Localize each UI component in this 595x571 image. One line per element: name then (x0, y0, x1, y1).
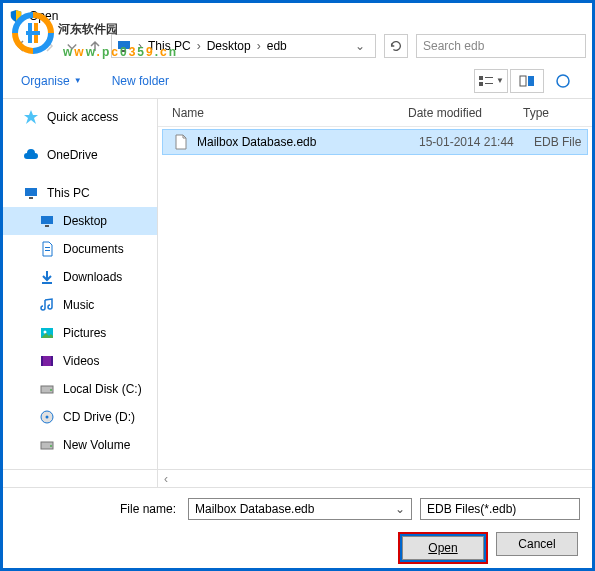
scroll-area: ‹ (3, 469, 592, 487)
bottom-panel: File name: Mailbox Database.edb ⌄ EDB Fi… (3, 487, 592, 564)
view-mode-button[interactable]: ▼ (474, 69, 508, 93)
up-button[interactable] (83, 34, 107, 58)
file-row[interactable]: Mailbox Database.edb 15-01-2014 21:44 ED… (162, 129, 588, 155)
sidebar-item-documents[interactable]: Documents (3, 235, 157, 263)
disk-icon (39, 437, 55, 453)
main-area: Quick access OneDrive This PC Desktop Do… (3, 99, 592, 469)
cancel-button[interactable]: Cancel (496, 532, 578, 556)
document-icon (39, 241, 55, 257)
sidebar-item-cddrive[interactable]: CD Drive (D:) (3, 403, 157, 431)
music-icon (39, 297, 55, 313)
svg-rect-12 (25, 188, 37, 196)
svg-point-27 (46, 416, 49, 419)
help-button[interactable] (546, 69, 580, 93)
sidebar-item-localdisk[interactable]: Local Disk (C:) (3, 375, 157, 403)
svg-point-20 (44, 331, 47, 334)
sidebar-item-desktop[interactable]: Desktop (3, 207, 157, 235)
sidebar-item-downloads[interactable]: Downloads (3, 263, 157, 291)
svg-rect-15 (45, 225, 49, 227)
svg-point-25 (50, 389, 52, 391)
shield-icon (9, 9, 23, 23)
search-placeholder: Search edb (423, 39, 484, 53)
download-icon (39, 269, 55, 285)
window-title: Open (29, 9, 58, 23)
sidebar-item-onedrive[interactable]: OneDrive (3, 141, 157, 169)
titlebar: Open (3, 3, 592, 29)
breadcrumb-desktop[interactable]: Desktop (203, 39, 255, 53)
svg-rect-22 (41, 356, 43, 366)
videos-icon (39, 353, 55, 369)
svg-rect-4 (122, 50, 126, 52)
svg-rect-8 (485, 83, 493, 84)
filename-label: File name: (15, 502, 180, 516)
sidebar-item-videos[interactable]: Videos (3, 347, 157, 375)
sidebar: Quick access OneDrive This PC Desktop Do… (3, 99, 158, 469)
cd-icon (39, 409, 55, 425)
desktop-icon (39, 213, 55, 229)
star-icon (23, 109, 39, 125)
pictures-icon (39, 325, 55, 341)
sidebar-item-thispc[interactable]: This PC (3, 179, 157, 207)
breadcrumb-dropdown-icon[interactable]: ⌄ (349, 39, 371, 53)
chevron-down-icon[interactable]: ⌄ (395, 502, 405, 516)
sidebar-item-pictures[interactable]: Pictures (3, 319, 157, 347)
filetype-filter[interactable]: EDB Files(*.edb) (420, 498, 580, 520)
svg-rect-14 (41, 216, 53, 224)
svg-rect-7 (485, 77, 493, 78)
sidebar-item-quick-access[interactable]: Quick access (3, 103, 157, 131)
svg-point-29 (50, 445, 52, 447)
filename-input[interactable]: Mailbox Database.edb ⌄ (188, 498, 412, 520)
svg-rect-9 (520, 76, 526, 86)
cloud-icon (23, 147, 39, 163)
file-type: EDB File (534, 135, 581, 149)
svg-rect-16 (45, 247, 50, 248)
file-date: 15-01-2014 21:44 (419, 135, 534, 149)
svg-rect-23 (51, 356, 53, 366)
breadcrumb[interactable]: › This PC › Desktop › edb ⌄ (111, 34, 376, 58)
svg-rect-3 (118, 41, 130, 49)
file-area: Name Date modified Type Mailbox Database… (158, 99, 592, 469)
file-icon (173, 134, 189, 150)
column-headers: Name Date modified Type (158, 99, 592, 127)
scroll-left-icon[interactable]: ‹ (158, 470, 174, 487)
sidebar-item-music[interactable]: Music (3, 291, 157, 319)
breadcrumb-thispc[interactable]: This PC (144, 39, 195, 53)
svg-rect-5 (479, 76, 483, 80)
toolbar: Organise▼ New folder ▼ (3, 63, 592, 99)
file-name: Mailbox Database.edb (197, 135, 419, 149)
search-input[interactable]: Search edb (416, 34, 586, 58)
back-button[interactable] (9, 34, 33, 58)
disk-icon (39, 381, 55, 397)
breadcrumb-edb[interactable]: edb (263, 39, 291, 53)
col-date[interactable]: Date modified (408, 106, 523, 120)
preview-pane-button[interactable] (510, 69, 544, 93)
forward-button[interactable] (37, 34, 61, 58)
sidebar-item-newvolume[interactable]: New Volume (3, 431, 157, 459)
new-folder-button[interactable]: New folder (106, 70, 175, 92)
svg-rect-10 (528, 76, 534, 86)
history-dropdown[interactable] (65, 34, 79, 58)
monitor-icon (116, 38, 132, 54)
svg-point-11 (557, 75, 569, 87)
open-button[interactable]: Open (402, 536, 484, 560)
refresh-button[interactable] (384, 34, 408, 58)
nav-row: › This PC › Desktop › edb ⌄ Search edb (3, 29, 592, 63)
svg-rect-6 (479, 82, 483, 86)
col-type[interactable]: Type (523, 106, 592, 120)
open-highlight: Open (398, 532, 488, 564)
svg-rect-18 (42, 282, 52, 284)
svg-rect-17 (45, 250, 50, 251)
organise-menu[interactable]: Organise▼ (15, 70, 88, 92)
monitor-icon (23, 185, 39, 201)
col-name[interactable]: Name (158, 106, 408, 120)
svg-rect-13 (29, 197, 33, 199)
